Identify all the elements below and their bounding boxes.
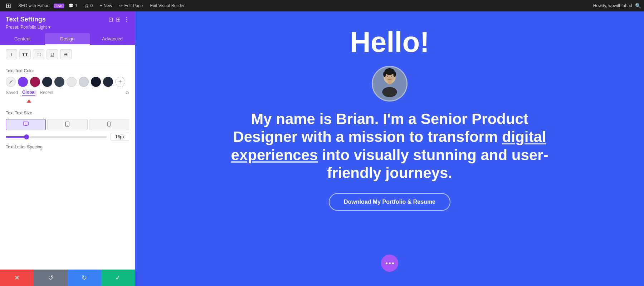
eyedropper-swatch[interactable] — [6, 77, 16, 87]
new-button[interactable]: + New — [97, 3, 115, 8]
arrow-up-indicator — [27, 99, 31, 103]
pencil-icon: ✏ — [119, 3, 123, 8]
panel-tabs: Content Design Advanced — [0, 33, 135, 45]
format-row: I TT Tt U S — [6, 49, 129, 63]
undo-icon: ↺ — [48, 274, 53, 282]
content-area: Hello! — [135, 11, 644, 286]
expand-icon[interactable]: ⊞ — [116, 16, 121, 23]
color-swatches: + — [6, 77, 129, 87]
svg-point-8 — [385, 68, 395, 75]
undo-button[interactable]: ↺ — [34, 270, 67, 286]
size-slider-track[interactable] — [6, 136, 107, 138]
device-tabs — [6, 119, 129, 130]
recent-tab[interactable]: Recent — [40, 90, 53, 96]
hero-title: Hello! — [350, 26, 429, 59]
text-size-label: Text Text Size — [6, 110, 129, 115]
exit-builder-link[interactable]: Exit Visual Builder — [147, 3, 188, 8]
size-slider-row: 16px — [6, 133, 129, 141]
preset-label[interactable]: Preset: Portfolio Light ▾ — [6, 25, 129, 30]
download-button[interactable]: Download My Portfolio & Resume — [329, 193, 450, 211]
color-swatch-near-black[interactable] — [91, 77, 101, 87]
color-swatch-light[interactable] — [67, 77, 77, 87]
letter-spacing-label: Text Letter Spacing — [6, 144, 129, 149]
dot-2 — [389, 262, 391, 264]
live-badge: Live — [54, 4, 64, 8]
color-swatch-dark-gray[interactable] — [42, 77, 52, 87]
cancel-icon: ✕ — [14, 274, 20, 282]
redo-button[interactable]: ↻ — [68, 270, 101, 286]
color-swatch-medium-gray[interactable] — [54, 77, 64, 87]
search-icon[interactable]: 🔍 — [635, 3, 641, 9]
hero-intro-text: My name is Brian. I'm a Senior Product D… — [233, 110, 528, 145]
save-button[interactable]: ✓ — [101, 270, 135, 286]
dot-3 — [392, 262, 394, 264]
size-input[interactable]: 16px — [111, 133, 129, 141]
dots-inner — [386, 262, 394, 264]
color-swatch-purple[interactable] — [18, 77, 28, 87]
color-swatch-lighter[interactable] — [79, 77, 89, 87]
dot-1 — [386, 262, 387, 264]
admin-bar: ⊞ SEO with Fahad Live 💬 1 🗯 0 + New ✏ Ed… — [0, 0, 644, 11]
tablet-tab[interactable] — [47, 119, 87, 130]
add-color-button[interactable]: + — [115, 77, 125, 87]
strikethrough-button[interactable]: S — [60, 49, 72, 59]
desktop-tab[interactable] — [6, 119, 46, 130]
tab-design[interactable]: Design — [45, 33, 90, 45]
comments-count[interactable]: 💬 1 — [65, 3, 80, 8]
tab-content[interactable]: Content — [0, 33, 45, 45]
panel-header: Text Settings ⊡ ⊞ ⋮ Preset: Portfolio Li… — [0, 11, 135, 33]
wp-logo-icon[interactable]: ⊞ — [3, 2, 14, 10]
redo-icon: ↻ — [82, 274, 87, 282]
mobile-tab[interactable] — [89, 119, 129, 130]
panel-body: I TT Tt U S Text Text Color — [0, 45, 135, 270]
svg-rect-0 — [23, 122, 28, 125]
howdy-text: Howdy, wpwithfahad — [593, 3, 632, 8]
size-slider-thumb[interactable] — [24, 134, 29, 139]
svg-point-9 — [383, 72, 386, 77]
svg-point-16 — [391, 76, 392, 77]
site-name[interactable]: SEO with Fahad — [15, 3, 52, 8]
svg-point-4 — [109, 125, 109, 125]
minimize-icon[interactable]: ⊡ — [108, 16, 113, 23]
bubble-count[interactable]: 🗯 0 — [82, 3, 96, 8]
hero-body: My name is Brian. I'm a Senior Product D… — [229, 110, 551, 182]
dots-button[interactable] — [381, 255, 398, 272]
title-case-button[interactable]: Tt — [33, 49, 44, 59]
text-size-section: Text Text Size — [6, 110, 129, 141]
global-tab[interactable]: Global — [22, 90, 35, 96]
color-swatch-dark-pink[interactable] — [30, 77, 40, 87]
main-layout: Text Settings ⊡ ⊞ ⋮ Preset: Portfolio Li… — [0, 11, 644, 286]
bubble-icon: 🗯 — [84, 3, 89, 8]
text-settings-panel: Text Settings ⊡ ⊞ ⋮ Preset: Portfolio Li… — [0, 11, 135, 286]
tab-advanced[interactable]: Advanced — [90, 33, 135, 45]
svg-rect-12 — [387, 80, 391, 84]
color-tabs-row: Saved Global Recent ⚙ — [6, 90, 129, 96]
chevron-down-icon: ▾ — [48, 25, 50, 30]
svg-point-2 — [67, 125, 68, 126]
svg-point-10 — [393, 72, 396, 77]
underline-button[interactable]: U — [47, 49, 58, 59]
svg-point-15 — [387, 76, 388, 77]
cancel-button[interactable]: ✕ — [0, 270, 34, 286]
bold-button[interactable]: TT — [19, 49, 31, 59]
saved-tab[interactable]: Saved — [6, 90, 18, 96]
color-gear-icon[interactable]: ⚙ — [125, 90, 129, 95]
italic-button[interactable]: I — [6, 49, 17, 59]
panel-header-icons: ⊡ ⊞ ⋮ — [108, 16, 129, 23]
edit-page-link[interactable]: ✏ Edit Page — [116, 3, 146, 8]
text-color-label: Text Text Color — [6, 68, 129, 73]
save-icon: ✓ — [115, 274, 121, 282]
panel-actions: ✕ ↺ ↻ ✓ — [0, 270, 135, 286]
svg-point-11 — [382, 87, 397, 97]
panel-title: Text Settings — [6, 16, 46, 23]
color-swatch-charcoal[interactable] — [103, 77, 113, 87]
more-options-icon[interactable]: ⋮ — [123, 16, 129, 23]
comment-icon: 💬 — [68, 3, 74, 8]
hero-outro-text: into visually stunning and user-friendly… — [318, 147, 548, 181]
avatar — [372, 66, 408, 102]
